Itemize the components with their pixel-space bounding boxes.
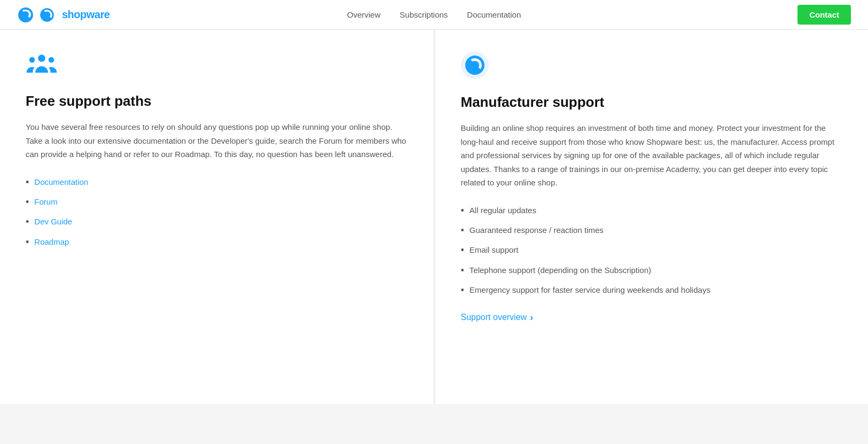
list-item: Documentation [26,176,408,189]
shopware-nav-logo-icon [17,6,34,24]
free-support-card: Free support paths You have several free… [0,30,433,404]
manufacturer-support-card: Manufacturer support Building an online … [435,30,869,404]
nav-documentation[interactable]: Documentation [467,10,521,19]
svg-point-1 [38,54,45,62]
shopware-c-icon [38,6,56,24]
support-overview-label: Support overview [461,313,527,322]
free-support-title: Free support paths [26,93,408,110]
svg-point-2 [29,57,35,63]
list-item: Forum [26,196,408,208]
chevron-right-icon: › [530,312,533,323]
support-overview-link[interactable]: Support overview › [461,312,843,323]
list-item: Emergency support for faster service dur… [461,284,843,297]
list-item: Telephone support (depending on the Subs… [461,264,843,277]
logo-text: shopware [62,9,110,21]
list-item-text: Email support [470,244,519,256]
people-icon [26,51,408,80]
list-item: Email support [461,244,843,256]
svg-point-3 [49,57,54,63]
roadmap-link[interactable]: Roadmap [34,236,69,248]
list-item-text: Emergency support for faster service dur… [470,284,710,297]
main-nav: Overview Subscriptions Documentation [347,10,521,19]
documentation-link[interactable]: Documentation [34,176,88,189]
list-item: Guaranteed response / reaction times [461,224,843,237]
main-content: Free support paths You have several free… [0,30,868,404]
free-support-description: You have several free resources to rely … [26,120,408,161]
list-item-text: Guaranteed response / reaction times [470,224,604,237]
logo-link[interactable]: shopware [17,6,110,24]
nav-subscriptions[interactable]: Subscriptions [400,10,448,19]
free-support-links-list: Documentation Forum Dev Guide Roadmap [26,176,408,249]
manufacturer-support-list: All regular updates Guaranteed response … [461,205,843,297]
list-item: Roadmap [26,236,408,248]
forum-link[interactable]: Forum [34,196,57,208]
shopware-logo-icon [461,51,843,81]
list-item-text: Telephone support (depending on the Subs… [470,264,651,277]
manufacturer-support-description: Building an online shop requires an inve… [461,121,843,190]
navbar: shopware Overview Subscriptions Document… [0,0,868,30]
list-item: Dev Guide [26,216,408,228]
manufacturer-support-title: Manufacturer support [461,94,843,111]
list-item-text: All regular updates [470,205,536,217]
contact-button[interactable]: Contact [797,5,851,25]
list-item: All regular updates [461,205,843,217]
nav-overview[interactable]: Overview [347,10,381,19]
dev-guide-link[interactable]: Dev Guide [34,216,72,228]
